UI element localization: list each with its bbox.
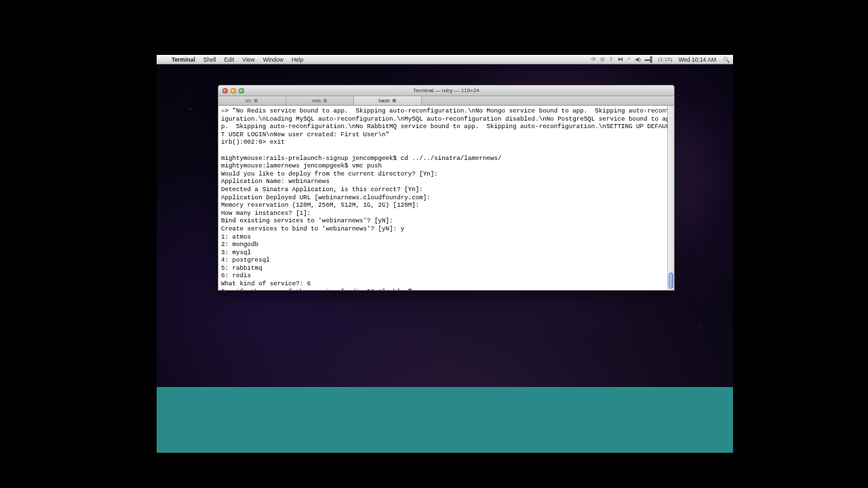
bluetooth-icon[interactable]: ⧓ (616, 56, 625, 62)
terminal-cursor (408, 289, 412, 290)
terminal-tab[interactable]: bash⊗ (354, 96, 422, 105)
spotlight-icon[interactable]: 🔍 (720, 56, 733, 63)
menu-view[interactable]: View (238, 56, 258, 63)
window-minimize-button[interactable] (231, 88, 236, 94)
wifi-icon[interactable]: ⌔ (625, 56, 633, 62)
scrollbar-thumb[interactable] (669, 272, 673, 289)
tab-close-icon[interactable]: ⊗ (392, 98, 397, 104)
status-icon[interactable]: ⇪ (607, 56, 616, 62)
menu-edit[interactable]: Edit (220, 56, 239, 63)
terminal-tab[interactable]: irb⊗ (218, 96, 286, 105)
app-menu[interactable]: Terminal (167, 56, 199, 63)
window-close-button[interactable] (222, 88, 228, 94)
menubar: Terminal Shell Edit View Window Help ⟳ ◎… (157, 55, 733, 64)
status-icon[interactable]: ◎ (598, 56, 607, 62)
terminal-window: Terminal — ruby — 118×24 irb⊗ rails⊗ bas… (218, 85, 675, 291)
menu-shell[interactable]: Shell (199, 56, 220, 63)
terminal-titlebar[interactable]: Terminal — ruby — 118×24 (218, 85, 674, 96)
volume-icon[interactable]: ◀) (633, 56, 643, 62)
menu-help[interactable]: Help (288, 56, 307, 63)
tab-close-icon[interactable]: ⊗ (323, 98, 328, 104)
menu-window[interactable]: Window (259, 56, 288, 63)
window-zoom-button[interactable] (239, 88, 244, 94)
menubar-clock[interactable]: Wed 10:14 AM (674, 56, 720, 63)
terminal-body[interactable]: => "No Redis service bound to app. Skipp… (218, 106, 674, 290)
battery-time: (1:15) (656, 56, 674, 62)
scrollbar[interactable] (667, 106, 674, 290)
terminal-tab[interactable]: rails⊗ (286, 96, 354, 105)
terminal-text[interactable]: => "No Redis service bound to app. Skipp… (221, 107, 671, 290)
status-icon[interactable]: ⟳ (589, 56, 598, 62)
tab-close-icon[interactable]: ⊗ (254, 98, 258, 104)
presentation-bar (157, 387, 733, 453)
window-title: Terminal — ruby — 118×24 (218, 87, 674, 94)
battery-icon[interactable]: ▬▌ (643, 56, 656, 62)
terminal-tabbar: irb⊗ rails⊗ bash⊗ (218, 96, 674, 106)
